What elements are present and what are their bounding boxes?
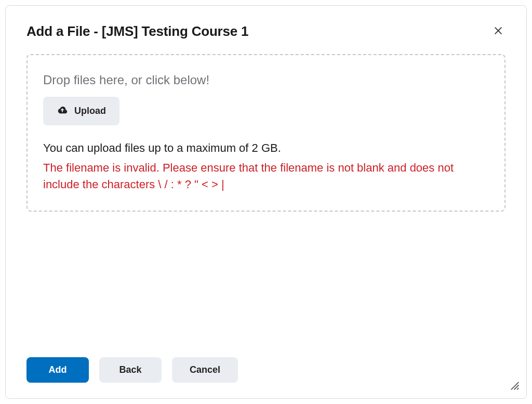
dropzone-prompt: Drop files here, or click below!: [43, 73, 489, 87]
dialog-header: Add a File - [JMS] Testing Course 1: [26, 23, 506, 40]
resize-handle[interactable]: [510, 381, 519, 392]
add-file-dialog: Add a File - [JMS] Testing Course 1 Drop…: [5, 5, 527, 399]
add-button[interactable]: Add: [26, 357, 89, 383]
close-icon: [493, 25, 503, 37]
upload-size-info: You can upload files up to a maximum of …: [43, 140, 489, 157]
file-dropzone[interactable]: Drop files here, or click below! Upload …: [26, 54, 506, 212]
close-button[interactable]: [491, 23, 506, 40]
upload-button-label: Upload: [74, 106, 106, 116]
upload-icon: [57, 104, 68, 118]
svg-line-4: [517, 388, 518, 389]
back-button[interactable]: Back: [99, 357, 162, 383]
upload-button[interactable]: Upload: [43, 97, 119, 125]
dialog-title: Add a File - [JMS] Testing Course 1: [26, 23, 248, 40]
cancel-button[interactable]: Cancel: [172, 357, 238, 383]
dialog-footer: Add Back Cancel: [26, 357, 506, 383]
upload-error-message: The filename is invalid. Please ensure t…: [43, 160, 489, 193]
resize-icon: [510, 383, 519, 392]
